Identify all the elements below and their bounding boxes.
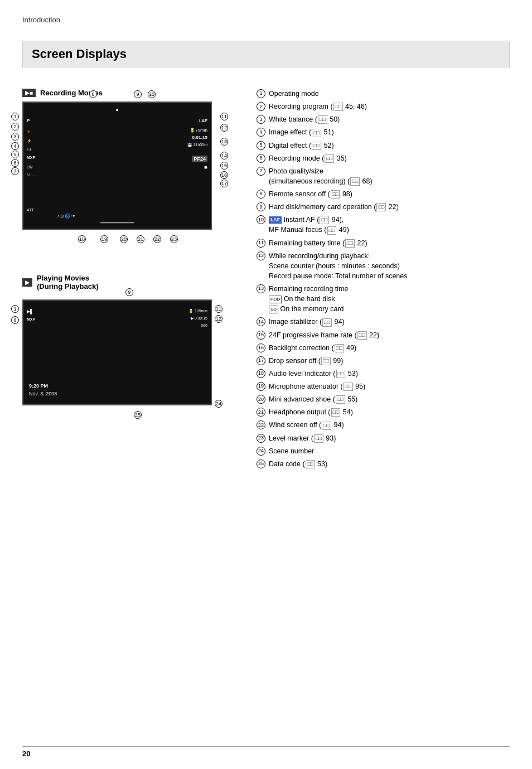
desc-text-8: Remote sensor off (□□ 98) [269, 189, 352, 199]
playing-movies-label: ▶ Playing Movies (During Playback) [22, 274, 240, 291]
desc-item-6: 6 Recording mode (□□ 35) [257, 153, 510, 163]
desc-item-13: 13 Remaining recording time HDD On the h… [257, 284, 510, 314]
diag-num-15: 15 [220, 162, 228, 170]
footer-line [22, 746, 510, 747]
left-panel: ▶■ Recording Movies P ✳ ⚡ F1 MXP 1W M ..… [22, 89, 240, 472]
desc-text-9: Hard disk/memory card operation (□□ 22) [269, 202, 399, 212]
desc-text-23: Level marker (□□ 93) [269, 433, 336, 443]
num-15: 15 [257, 331, 265, 340]
diag-num-23: 23 [170, 235, 178, 243]
section-title-box: Screen Displays [22, 41, 510, 67]
desc-text-15: 24F progressive frame rate (□□ 22) [269, 330, 379, 340]
diag-num-11: 11 [220, 113, 228, 120]
playback-screen: ▶▌ MXP 🔋 105min ▶ 0:00:15 060 9:20 PM No… [22, 299, 212, 405]
desc-text-12: While recording/during playback:Scene co… [269, 251, 408, 281]
num-10: 10 [257, 215, 265, 224]
desc-text-1: Operating mode [269, 89, 319, 99]
num-3: 3 [257, 115, 265, 124]
diag-num-21: 21 [137, 235, 144, 243]
num-11: 11 [257, 239, 265, 248]
right-panel: 1 Operating mode 2 Recording program (□□… [257, 89, 510, 472]
description-list: 1 Operating mode 2 Recording program (□□… [257, 89, 510, 469]
desc-item-19: 19 Microphone attenuator (□□ 95) [257, 381, 510, 391]
desc-text-20: Mini advanced shoe (□□ 55) [269, 394, 357, 404]
num-14: 14 [257, 317, 265, 326]
desc-item-1: 1 Operating mode [257, 89, 510, 99]
desc-text-6: Recording mode (□□ 35) [269, 153, 347, 163]
diag-num-4: 4 [11, 142, 19, 150]
desc-item-11: 11 Remaining battery time (□□ 22) [257, 238, 510, 248]
diag-num-8: 8 [89, 90, 97, 98]
desc-item-5: 5 Digital effect (□□ 52) [257, 141, 510, 151]
diag-num-10: 10 [148, 90, 156, 98]
diag-num-20: 20 [120, 235, 128, 243]
desc-item-23: 23 Level marker (□□ 93) [257, 433, 510, 443]
diag-num-14: 14 [220, 152, 228, 159]
recording-diagram-wrapper: P ✳ ⚡ F1 MXP 1W M ........ ● I.AF 🔋79min… [22, 101, 212, 239]
num-1: 1 [257, 89, 265, 98]
num-22: 22 [257, 420, 265, 429]
desc-text-24: Scene number [269, 446, 314, 456]
diag-num-17: 17 [220, 180, 228, 187]
playing-movies-text: Playing Movies (During Playback) [37, 274, 99, 291]
desc-text-10: I.AF Instant AF (□□ 94),MF Manual focus … [269, 215, 349, 235]
desc-item-18: 18 Audio level indicator (□□ 53) [257, 369, 510, 379]
header-title: Introduction [22, 16, 510, 24]
page-number: 20 [22, 749, 30, 758]
num-6: 6 [257, 154, 265, 163]
desc-text-11: Remaining battery time (□□ 22) [269, 238, 367, 248]
desc-text-22: Wind screen off (□□ 94) [269, 420, 344, 430]
desc-item-3: 3 White balance (□□ 50) [257, 114, 510, 124]
num-24: 24 [257, 447, 265, 456]
desc-text-16: Backlight correction (□□ 49) [269, 343, 356, 353]
desc-item-22: 22 Wind screen off (□□ 94) [257, 420, 510, 430]
desc-item-25: 25 Data code (□□ 53) [257, 459, 510, 469]
num-23: 23 [257, 434, 265, 443]
num-17: 17 [257, 356, 265, 365]
desc-item-9: 9 Hard disk/memory card operation (□□ 22… [257, 202, 510, 212]
desc-text-4: Image effect (□□ 51) [269, 127, 334, 137]
desc-item-16: 16 Backlight correction (□□ 49) [257, 343, 510, 353]
diag-num-19: 19 [100, 235, 108, 243]
desc-text-5: Digital effect (□□ 52) [269, 141, 334, 151]
desc-text-3: White balance (□□ 50) [269, 114, 340, 124]
desc-text-21: Headphone output (□□ 54) [269, 407, 353, 417]
num-4: 4 [257, 128, 265, 137]
recording-screen: P ✳ ⚡ F1 MXP 1W M ........ ● I.AF 🔋79min… [22, 101, 212, 230]
num-25: 25 [257, 460, 265, 468]
diag-num-6: 6 [11, 159, 19, 167]
diag-num-18: 18 [78, 235, 86, 243]
diag-num-7: 7 [11, 167, 19, 175]
desc-item-24: 24 Scene number [257, 446, 510, 456]
desc-item-8: 8 Remote sensor off (□□ 98) [257, 189, 510, 199]
num-21: 21 [257, 408, 265, 417]
desc-item-20: 20 Mini advanced shoe (□□ 55) [257, 394, 510, 404]
recording-mode-icon: ▶■ [22, 89, 36, 97]
pb-diag-num-1: 1 [11, 305, 19, 313]
diag-num-13: 13 [220, 138, 228, 146]
desc-item-17: 17 Drop sensor off (□□ 99) [257, 356, 510, 366]
diag-num-9: 9 [134, 90, 142, 98]
diag-num-3: 3 [11, 133, 19, 141]
pb-diag-num-11: 11 [215, 305, 223, 313]
desc-item-15: 15 24F progressive frame rate (□□ 22) [257, 330, 510, 340]
diag-num-5: 5 [11, 151, 19, 158]
desc-text-13: Remaining recording time HDD On the hard… [269, 284, 348, 314]
pb-diag-num-24: 24 [215, 400, 223, 408]
pb-diag-num-6: 6 [11, 316, 19, 324]
num-5: 5 [257, 141, 265, 150]
section-title: Screen Displays [32, 47, 127, 61]
num-2: 2 [257, 102, 265, 111]
pb-diag-num-12: 12 [215, 315, 223, 323]
playback-diagram-wrapper: ▶▌ MXP 🔋 105min ▶ 0:00:15 060 9:20 PM No… [22, 299, 212, 414]
playback-mode-icon: ▶ [22, 278, 32, 287]
num-7: 7 [257, 167, 265, 176]
recording-movies-label: ▶■ Recording Movies [22, 89, 240, 97]
desc-text-19: Microphone attenuator (□□ 95) [269, 381, 365, 391]
desc-item-21: 21 Headphone output (□□ 54) [257, 407, 510, 417]
diag-num-12: 12 [220, 124, 228, 132]
diag-num-22: 22 [153, 235, 161, 243]
diag-num-2: 2 [11, 123, 19, 130]
num-18: 18 [257, 369, 265, 378]
desc-item-2: 2 Recording program (□□ 45, 46) [257, 101, 510, 112]
